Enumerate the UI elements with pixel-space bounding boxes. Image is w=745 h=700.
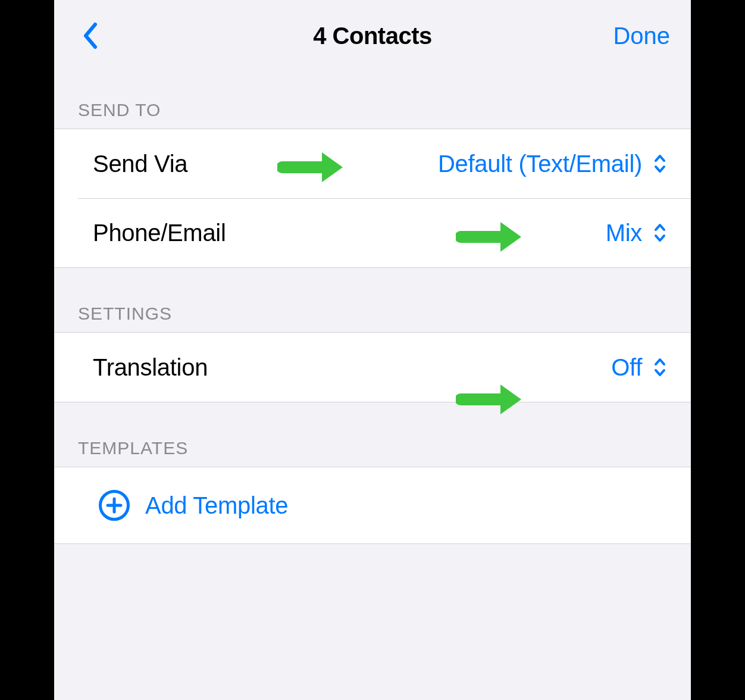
updown-icon: [653, 221, 667, 244]
back-button[interactable]: [75, 21, 105, 51]
list-group-settings: Translation Off: [54, 332, 691, 402]
page-title: 4 Contacts: [313, 23, 432, 49]
nav-bar: 4 Contacts Done: [54, 0, 691, 71]
row-value-wrap: Mix: [606, 220, 667, 246]
plus-circle-icon: [99, 490, 130, 521]
row-send-via[interactable]: Send Via Default (Text/Email): [54, 129, 691, 198]
row-value-wrap: Default (Text/Email): [438, 151, 667, 177]
row-value-wrap: Off: [611, 354, 667, 381]
row-label: Phone/Email: [93, 220, 226, 246]
section-header-send-to: SEND TO: [54, 71, 691, 129]
section-header-settings: SETTINGS: [54, 268, 691, 332]
screen: 4 Contacts Done SEND TO Send Via Default…: [54, 0, 691, 700]
done-button[interactable]: Done: [613, 23, 670, 49]
row-value: Off: [611, 354, 642, 381]
row-label: Send Via: [93, 151, 187, 177]
row-phone-email[interactable]: Phone/Email Mix: [54, 198, 691, 267]
chevron-left-icon: [82, 22, 98, 49]
row-label: Translation: [93, 354, 208, 381]
add-template-button[interactable]: Add Template: [54, 467, 691, 544]
row-value: Default (Text/Email): [438, 151, 642, 177]
section-header-templates: TEMPLATES: [54, 402, 691, 467]
row-value: Mix: [606, 220, 642, 246]
list-group-send-to: Send Via Default (Text/Email) Phone/Emai…: [54, 129, 691, 268]
updown-icon: [653, 152, 667, 175]
add-template-label: Add Template: [145, 492, 288, 519]
row-translation[interactable]: Translation Off: [54, 333, 691, 402]
updown-icon: [653, 356, 667, 379]
